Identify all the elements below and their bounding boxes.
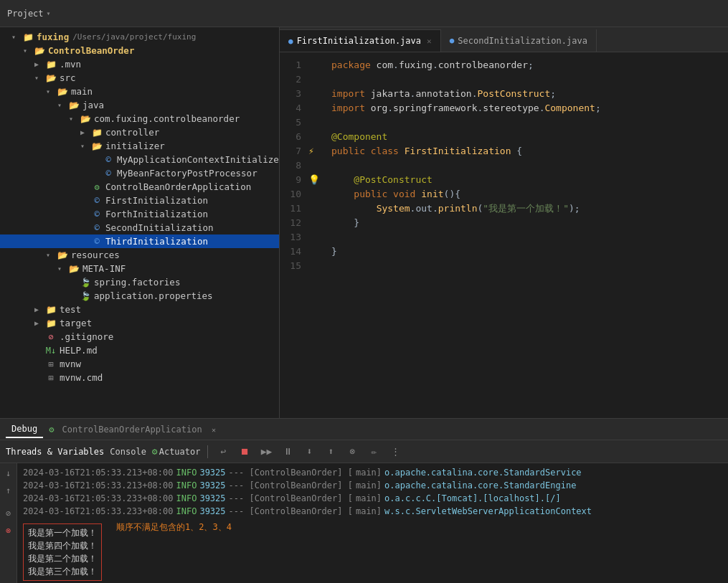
code-editor[interactable]: 1 2 3 4 5 6 7 8 9 10 11 12 13 14 15 ⚡ 💡 …	[280, 52, 728, 418]
sidebar-item-initializer[interactable]: ▾ 📂 initializer	[0, 139, 279, 153]
sidebar-item-spring-factories[interactable]: 🍃 spring.factories	[0, 275, 279, 289]
sidebar-item-myapp[interactable]: © MyApplicationContextInitializer	[0, 153, 279, 166]
debug-main-tab[interactable]: Debug	[6, 421, 43, 438]
frames-btn[interactable]: ⊗	[344, 444, 360, 460]
threads-variables-tab[interactable]: Threads & Variables	[6, 447, 104, 457]
chevron-icon: ▾	[47, 9, 51, 17]
sidebar-item-mvnw[interactable]: ⊞ mvnw	[0, 357, 279, 371]
sidebar-item-controlbeanapp[interactable]: ⚙ ControlBeanOrderApplication	[0, 180, 279, 194]
sidebar-item-meta-inf[interactable]: ▾ 📂 META-INF	[0, 262, 279, 275]
log-line-1: 2024-03-16T21:05:33.213+08:00 INFO 39325…	[23, 466, 722, 479]
actuator-icon: ⚙	[152, 446, 158, 457]
stop-btn[interactable]: ⏹	[237, 444, 252, 460]
sidebar-item-firstinit[interactable]: © FirstInitialization	[0, 194, 279, 207]
java-class-icon: ©	[90, 209, 103, 219]
rerun-btn[interactable]: ↩	[215, 444, 231, 460]
editor-area: ● FirstInitialization.java ✕ ● SecondIni…	[280, 27, 728, 418]
sidebar-item-mybeanfactory[interactable]: © MyBeanFactoryPostProcessor	[0, 166, 279, 180]
main-layout: ▾ 📁 fuxing /Users/java/project/fuxing ▾ …	[0, 27, 728, 418]
sidebar-item-gitignore[interactable]: ⊘ .gitignore	[0, 330, 279, 343]
editor-gutter: ⚡ 💡	[308, 52, 323, 418]
sidebar-item-java[interactable]: ▾ 📂 java	[0, 98, 279, 112]
step-over-btn[interactable]: ⬇	[301, 444, 317, 460]
output-line-2: 我是第四个加载！	[28, 539, 97, 552]
arrow-icon: ▾	[11, 33, 22, 41]
code-content[interactable]: package com.fuxing.controlbeanorder; imp…	[323, 52, 728, 418]
output-line-1: 我是第一个加载！	[28, 526, 97, 539]
gitignore-icon: ⊘	[44, 332, 57, 342]
hint-text: 顺序不满足包含的1、2、3、4	[116, 521, 232, 534]
sidebar-item-resources[interactable]: ▾ 📂 resources	[0, 248, 279, 262]
spring-session-icon: ⚙	[49, 425, 54, 435]
sidebar-item-app-props[interactable]: 🍃 application.properties	[0, 289, 279, 303]
project-label[interactable]: Project	[7, 9, 44, 19]
sidebar-item-root-folder[interactable]: ▾ 📁 fuxing /Users/java/project/fuxing	[0, 30, 279, 44]
sidebar-item-help-md[interactable]: M↓ HELP.md	[0, 343, 279, 357]
tab-close-btn[interactable]: ✕	[427, 37, 432, 46]
actuator-tab[interactable]: Actuator	[159, 447, 201, 457]
sidebar-item-main[interactable]: ▾ 📂 main	[0, 85, 279, 98]
line-numbers: 1 2 3 4 5 6 7 8 9 10 11 12 13 14 15	[280, 52, 308, 418]
output-line-3: 我是第二个加载！	[28, 552, 97, 565]
sidebar-item-forthinit[interactable]: © ForthInitialization	[0, 207, 279, 221]
sidebar: ▾ 📁 fuxing /Users/java/project/fuxing ▾ …	[0, 27, 280, 418]
sidebar-root-path: /Users/java/project/fuxing	[72, 32, 196, 42]
folder-icon: 📁	[44, 305, 57, 315]
pause-btn[interactable]: ⏸	[280, 444, 296, 460]
java-class-icon: ©	[90, 223, 103, 233]
java-tab-icon: ●	[450, 36, 455, 45]
bottom-panel: Debug ⚙ ControlBeanOrderApplication ✕ Th…	[0, 418, 728, 583]
toolbar-separator	[207, 445, 208, 458]
scroll-down-btn[interactable]: ↓	[1, 466, 16, 480]
java-class-icon: ©	[102, 155, 115, 165]
scroll-up-btn[interactable]: ↑	[1, 483, 16, 498]
log-line-4: 2024-03-16T21:05:33.233+08:00 INFO 39325…	[23, 505, 722, 518]
sidebar-item-test[interactable]: ▶ 📁 test	[0, 303, 279, 316]
debug-session-tab[interactable]: ⚙ ControlBeanOrderApplication ✕	[43, 422, 222, 437]
folder-open-icon: 📂	[44, 73, 57, 83]
sidebar-item-controlbeanorder[interactable]: ▾ 📂 ControlBeanOrder	[0, 44, 279, 57]
sidebar-item-com-fuxing[interactable]: ▾ 📂 com.fuxing.controlbeanorder	[0, 112, 279, 125]
sidebar-content: ▾ 📁 fuxing /Users/java/project/fuxing ▾ …	[0, 27, 279, 418]
md-icon: M↓	[44, 346, 57, 356]
sidebar-item-mvnw-cmd[interactable]: ⊞ mvnw.cmd	[0, 371, 279, 384]
sidebar-item-controller[interactable]: ▶ 📁 controller	[0, 125, 279, 139]
sidebar-item-mvn[interactable]: ▶ 📁 .mvn	[0, 57, 279, 71]
debug-session-label: ControlBeanOrderApplication	[62, 425, 202, 435]
folder-icon: 📁	[44, 318, 57, 328]
tab-second-init[interactable]: ● SecondInitialization.java	[441, 29, 597, 52]
tab-bar: ● FirstInitialization.java ✕ ● SecondIni…	[280, 27, 728, 52]
sidebar-root-label: fuxing	[37, 32, 69, 42]
sidebar-item-src[interactable]: ▾ 📂 src	[0, 71, 279, 85]
folder-open-icon: 📂	[33, 46, 46, 56]
java-class-icon: ©	[90, 237, 103, 247]
resume-btn[interactable]: ▶▶	[258, 444, 274, 460]
output-box: 我是第一个加载！ 我是第四个加载！ 我是第二个加载！ 我是第三个加载！	[23, 523, 102, 581]
file-icon: ⊞	[44, 373, 57, 383]
tab-second-init-label: SecondInitialization.java	[458, 36, 587, 46]
folder-open-icon: 📂	[56, 87, 69, 97]
more-btn[interactable]: ⋮	[387, 444, 403, 460]
folder-open-icon: 📂	[79, 114, 92, 124]
step-into-btn[interactable]: ⬆	[323, 444, 339, 460]
bottom-main: ↓ ↑ ⊘ ⊗ 2024-03-16T21:05:33.213+08:00 IN…	[0, 463, 728, 583]
folder-icon: 📁	[22, 32, 34, 42]
console-output[interactable]: 2024-03-16T21:05:33.213+08:00 INFO 39325…	[17, 463, 728, 583]
debug-tab-bar: Debug ⚙ ControlBeanOrderApplication ✕	[0, 419, 728, 440]
debug-session-close[interactable]: ✕	[212, 426, 216, 434]
filter-btn[interactable]: ⊘	[1, 506, 16, 521]
sidebar-item-secondinit[interactable]: © SecondInitialization	[0, 221, 279, 234]
clear-btn[interactable]: ⊗	[1, 523, 16, 538]
log-line-3: 2024-03-16T21:05:33.233+08:00 INFO 39325…	[23, 492, 722, 505]
spring-file-icon: 🍃	[79, 291, 92, 301]
folder-open-icon: 📂	[67, 100, 80, 110]
console-tab[interactable]: Console	[110, 447, 146, 457]
java-class-icon: ©	[90, 196, 103, 206]
sidebar-item-thirdinit[interactable]: © ThirdInitialization	[0, 234, 279, 248]
sidebar-item-target[interactable]: ▶ 📁 target	[0, 316, 279, 330]
folder-open-icon: 📂	[56, 250, 69, 260]
tab-first-init[interactable]: ● FirstInitialization.java ✕	[280, 29, 441, 52]
title-bar: Project ▾	[0, 0, 728, 27]
folder-open-icon: 📂	[90, 141, 103, 151]
edit-btn[interactable]: ✏	[366, 444, 382, 460]
